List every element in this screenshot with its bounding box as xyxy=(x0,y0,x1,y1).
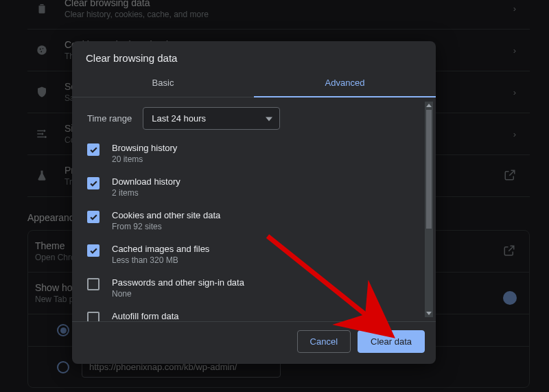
chevron-down-icon xyxy=(266,117,272,121)
checkbox-checked[interactable] xyxy=(87,244,100,257)
option-sub: 2 items xyxy=(112,188,180,198)
time-range-label: Time range xyxy=(87,113,132,124)
option-browsing-history[interactable]: Browsing history 20 items xyxy=(87,137,421,170)
checkbox-checked[interactable] xyxy=(87,143,100,156)
clear-data-button[interactable]: Clear data xyxy=(358,330,425,353)
option-title: Browsing history xyxy=(112,143,177,153)
option-autofill[interactable]: Autofill form data xyxy=(87,305,421,321)
option-title: Download history xyxy=(112,176,180,187)
scrollbar-thumb[interactable] xyxy=(426,110,432,229)
option-cookies[interactable]: Cookies and other site data From 92 site… xyxy=(87,204,421,238)
option-sub: 20 items xyxy=(112,154,177,164)
checkbox-checked[interactable] xyxy=(87,177,100,189)
option-sub: From 92 sites xyxy=(112,222,220,231)
option-download-history[interactable]: Download history 2 items xyxy=(87,170,421,204)
checkbox-checked[interactable] xyxy=(87,211,100,223)
option-passwords[interactable]: Passwords and other sign-in data None xyxy=(87,271,421,305)
option-title: Passwords and other sign-in data xyxy=(112,277,244,288)
checkbox-unchecked[interactable] xyxy=(87,278,100,290)
cancel-button[interactable]: Cancel xyxy=(297,330,351,353)
tab-advanced[interactable]: Advanced xyxy=(254,71,436,97)
option-title: Cached images and files xyxy=(112,244,209,254)
option-sub: Less than 320 MB xyxy=(112,255,209,265)
option-sub: None xyxy=(112,289,244,299)
time-range-select[interactable]: Last 24 hours xyxy=(143,107,280,130)
tab-basic[interactable]: Basic xyxy=(72,71,254,97)
checkbox-unchecked[interactable] xyxy=(87,312,100,321)
scrollbar[interactable] xyxy=(425,102,433,317)
option-cached[interactable]: Cached images and files Less than 320 MB xyxy=(87,238,421,271)
clear-browsing-data-dialog: Clear browsing data Basic Advanced Time … xyxy=(72,41,436,364)
option-title: Autofill form data xyxy=(112,311,179,321)
option-title: Cookies and other site data xyxy=(112,210,220,220)
time-range-value: Last 24 hours xyxy=(152,113,206,124)
dialog-title: Clear browsing data xyxy=(72,41,436,71)
